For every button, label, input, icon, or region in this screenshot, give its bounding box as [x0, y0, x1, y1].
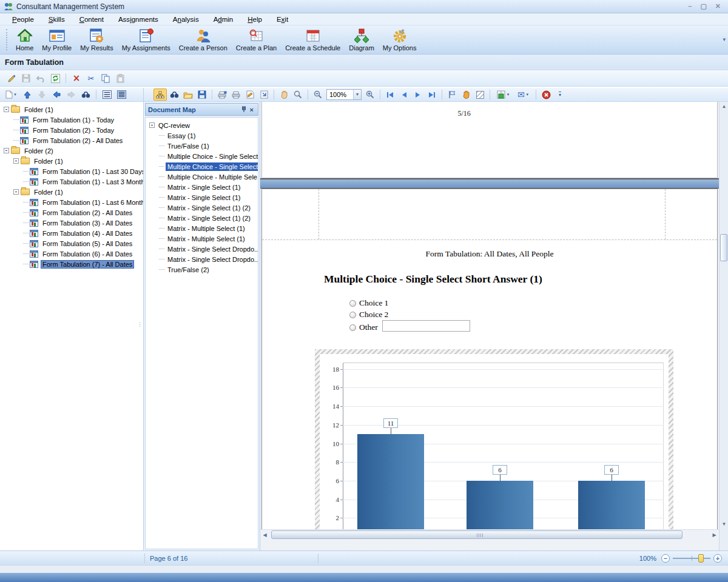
highlight-hand-button[interactable]	[459, 89, 473, 101]
tree-item-label[interactable]: Form Tabulation (1) - Last 30 Days	[41, 167, 143, 176]
zoom-out-icon[interactable]: −	[661, 554, 670, 563]
zoom-in-button[interactable]	[363, 89, 377, 101]
tree-item-label[interactable]: Folder (1)	[22, 105, 55, 114]
last-page-button[interactable]	[425, 89, 439, 101]
tree-item-label[interactable]: Form Tabulation (1) - Last 6 Months	[41, 198, 143, 207]
tree-item[interactable]: Form Tabulation (7) - All Dates	[0, 259, 143, 269]
copy-button[interactable]	[99, 72, 112, 84]
tree-item[interactable]: Matrix - Multiple Select (1)	[146, 233, 258, 244]
scroll-right-icon[interactable]: ▶	[710, 530, 719, 540]
tree-item[interactable]: Essay (1)	[146, 130, 258, 141]
previous-page-button[interactable]	[397, 89, 411, 101]
zoom-level-combobox[interactable]: 100% ▾	[326, 89, 362, 100]
tree-item[interactable]: Matrix - Single Select Dropdo...	[146, 244, 258, 254]
new-report-button[interactable]: ▾	[2, 89, 19, 101]
tree-item[interactable]: Multiple Choice - Single Select...	[146, 161, 258, 172]
tree-item-label[interactable]: Multiple Choice - Single Select...	[166, 152, 258, 161]
tree-item-label[interactable]: True/False (2)	[166, 266, 211, 274]
splitter-handle[interactable]: ⋮	[137, 323, 143, 326]
page-size-button[interactable]	[257, 89, 271, 101]
menu-item-help[interactable]: Help	[240, 15, 269, 24]
save-button[interactable]	[19, 72, 33, 84]
tree-item[interactable]: Form Tabulation (1) - Last 6 Months	[0, 197, 143, 207]
move-right-button[interactable]	[64, 89, 78, 101]
document-map-toggle-button[interactable]	[153, 89, 167, 101]
toolbar-overflow-icon[interactable]: ▾	[723, 36, 726, 42]
tree-item-label[interactable]: Folder (1)	[32, 188, 65, 196]
viewer-find-button[interactable]	[167, 89, 181, 101]
tree-item[interactable]: Form Tabulation (1) - Last 3 Months	[0, 176, 143, 187]
tree-item-label[interactable]: Form Tabulation (6) - All Dates	[41, 250, 134, 258]
open-button[interactable]	[181, 89, 195, 101]
tree-item[interactable]: Matrix - Single Select (1)	[146, 182, 258, 192]
scroll-down-icon[interactable]: ▼	[720, 520, 728, 529]
tree-item[interactable]: Form Tabulation (1) - Today	[0, 115, 143, 125]
detail-view-button[interactable]	[115, 89, 128, 101]
tree-folder[interactable]: Folder (1)	[0, 187, 143, 197]
collapse-icon[interactable]	[13, 158, 19, 164]
tree-item-label[interactable]: QC-review	[157, 121, 192, 130]
viewer-save-button[interactable]	[195, 89, 209, 101]
tree-item-label[interactable]: Matrix - Multiple Select (1)	[166, 235, 247, 243]
zoom-slider[interactable]	[673, 558, 710, 559]
minimize-button[interactable]: –	[688, 2, 692, 10]
close-panel-icon[interactable]: ×	[248, 106, 255, 113]
refresh-button[interactable]	[49, 72, 62, 84]
tree-item-label[interactable]: Matrix - Single Select Dropdo...	[166, 255, 258, 264]
tree-item[interactable]: Multiple Choice - Multiple Sele...	[146, 172, 258, 182]
tree-item[interactable]: Form Tabulation (5) - All Dates	[0, 238, 143, 249]
tree-item-label[interactable]: Form Tabulation (1) - Today	[31, 116, 116, 124]
my-profile-button[interactable]: My Profile	[38, 25, 76, 54]
tree-item-label[interactable]: Matrix - Single Select (1)	[166, 193, 242, 202]
create-a-plan-button[interactable]: Create a Plan	[232, 25, 281, 54]
diagram-button[interactable]: Diagram	[345, 25, 379, 54]
page-setup-button[interactable]	[243, 89, 257, 101]
tree-item[interactable]: Form Tabulation (1) - Last 30 Days	[0, 166, 143, 176]
pin-icon[interactable]	[240, 106, 248, 113]
tree-item[interactable]: Matrix - Multiple Select (1)	[146, 223, 258, 233]
tree-folder[interactable]: Folder (1)	[0, 104, 143, 115]
horizontal-scroll-thumb[interactable]	[271, 530, 682, 539]
delete-button[interactable]: ×	[70, 72, 83, 84]
paste-button[interactable]	[113, 72, 127, 84]
first-page-button[interactable]	[383, 89, 397, 101]
tree-item[interactable]: Matrix - Single Select (1) (2)	[146, 202, 258, 213]
tree-item-label[interactable]: Multiple Choice - Multiple Sele...	[166, 173, 258, 181]
bookmark-flag-button[interactable]	[445, 89, 459, 101]
tree-item[interactable]: QC-review	[146, 120, 258, 130]
tree-item-label[interactable]: Form Tabulation (2) - All Dates	[41, 209, 134, 217]
tree-item-label[interactable]: Form Tabulation (3) - All Dates	[41, 219, 134, 227]
menu-item-analysis[interactable]: Analysis	[166, 15, 206, 24]
tree-item[interactable]: True/False (2)	[146, 264, 258, 275]
tree-item-label[interactable]: Matrix - Single Select (1)	[166, 183, 242, 192]
tree-item-label[interactable]: Matrix - Single Select (1) (2)	[166, 214, 252, 222]
other-text-input[interactable]	[382, 320, 470, 332]
tree-item[interactable]: Matrix - Single Select Dropdo...	[146, 254, 258, 264]
radio-icon[interactable]	[349, 312, 356, 318]
home-button[interactable]: Home	[12, 25, 38, 54]
tree-item-label[interactable]: Form Tabulation (2) - Today	[31, 126, 116, 135]
menu-item-content[interactable]: Content	[72, 15, 111, 24]
create-a-person-button[interactable]: Create a Person	[175, 25, 232, 54]
close-button[interactable]: ✕	[715, 2, 721, 10]
zoom-in-icon[interactable]: +	[713, 554, 722, 563]
tree-item-label[interactable]: Matrix - Single Select (1) (2)	[166, 204, 252, 212]
vertical-scrollbar[interactable]: ▲ ▼	[719, 102, 728, 550]
tree-item-label[interactable]: Matrix - Multiple Select (1)	[166, 224, 247, 233]
tree-folder[interactable]: Folder (2)	[0, 146, 143, 156]
tree-item[interactable]: Multiple Choice - Single Select...	[146, 151, 258, 161]
move-down-button[interactable]	[35, 89, 49, 101]
tree-item[interactable]: Form Tabulation (4) - All Dates	[0, 228, 143, 238]
tree-item-label[interactable]: Matrix - Single Select Dropdo...	[166, 245, 258, 253]
tree-item[interactable]: Form Tabulation (2) - Today	[0, 125, 143, 135]
move-up-button[interactable]	[21, 89, 34, 101]
tree-item-label[interactable]: Folder (2)	[22, 147, 55, 155]
collapse-icon[interactable]	[4, 148, 9, 153]
scroll-left-icon[interactable]: ◀	[260, 530, 269, 540]
vertical-scroll-thumb[interactable]	[720, 234, 727, 261]
tree-item-label[interactable]: Form Tabulation (4) - All Dates	[41, 229, 134, 238]
tree-item-label[interactable]: Essay (1)	[166, 132, 197, 140]
menu-item-assignments[interactable]: Assignments	[111, 15, 166, 24]
tree-item[interactable]: Form Tabulation (3) - All Dates	[0, 218, 143, 228]
tree-item[interactable]: Form Tabulation (2) - All Dates	[0, 207, 143, 218]
